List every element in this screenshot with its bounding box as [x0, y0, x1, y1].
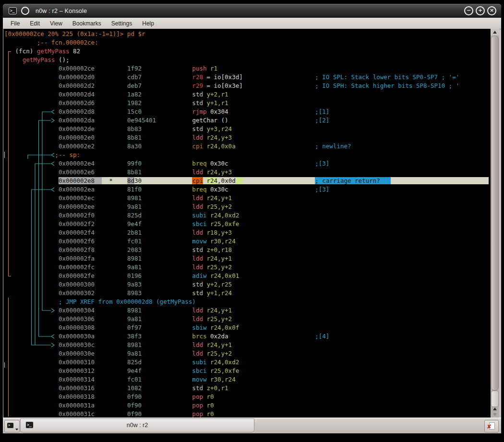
up-arrow-icon: [493, 31, 497, 34]
terminal-line: 0x000002f0 825d subi r24,0xd2: [4, 211, 489, 220]
terminal-line: 0x000002f4 2b81 ldd r18,y+3: [4, 228, 489, 237]
terminal-line: 0x000002ee 9a81 ldd r25,y+2: [4, 203, 489, 211]
terminal-line: 0x000002fe 0196 adiw r24,0x01: [4, 272, 489, 280]
terminal-line: 0x0000030a 38f3 brcs 0x2da ;[4]: [4, 332, 489, 341]
up-arrow-icon: [493, 407, 497, 410]
close-tab-button[interactable]: ✘: [484, 420, 499, 432]
terminal-line: getMyPass ();: [4, 56, 489, 64]
terminal-line: 0x000002d2 deb7 r29 = io[0x3e] ; IO SPH:…: [4, 82, 489, 90]
terminal-line: 0x000002d0 cdb7 r28 = io[0x3d] ; IO SPL:…: [4, 73, 489, 82]
window-title: n0w : r2 – Konsole: [36, 8, 87, 14]
tab-label: n0w : r2: [21, 422, 254, 429]
terminal-line: 0x00000304 8981 ldd r24,y+1: [4, 306, 489, 315]
terminal-line: 0x000002f2 9e4f sbci r25,0xfe: [4, 220, 489, 228]
terminal-line: 0x00000306 9a81 ldd r25,y+2: [4, 315, 489, 323]
minimize-button[interactable]: −: [464, 6, 473, 15]
new-tab-terminal-icon: >: [7, 422, 14, 429]
terminal-line: 0x000002da 0e945401 getChar () ;[2]: [4, 116, 489, 125]
tab-n0w-r2[interactable]: >_ n0w : r2: [20, 418, 254, 432]
terminal-line: 0x0000030c 8981 ldd r24,y+1: [4, 341, 489, 349]
disassembly-output: [0x000002ce 20% 225 (0x1a:-1=1)]> pd $r …: [4, 30, 489, 418]
terminal-line: (fcn) getMyPass 82: [4, 47, 489, 56]
terminal-line: 0x000002e6 8b81 ldd r24,y+3: [4, 168, 489, 177]
menu-item-edit[interactable]: Edit: [26, 19, 43, 28]
terminal-line: 0x00000312 9e4f sbci r25,0xfe: [4, 367, 489, 375]
terminal-line: 0x000002e8 * 8d30 cpi r24,0x0d ; carriag…: [4, 177, 489, 185]
menu-item-bookmarks[interactable]: Bookmarks: [69, 19, 105, 28]
menu-item-settings[interactable]: Settings: [108, 19, 135, 28]
terminal-line: 0x0000031a 0f90 pop r0: [4, 401, 489, 410]
scroll-up-button-bottom[interactable]: [491, 406, 499, 412]
menu-bar: FileEditViewBookmarksSettingsHelp: [3, 18, 501, 29]
chevron-down-icon: [15, 429, 18, 430]
terminal-line: 0x000002f6 fc01 movw r30,r24: [4, 237, 489, 246]
terminal-line: 0x00000316 1082 std z+0,r1: [4, 384, 489, 393]
terminal-line: 0x000002d8 15c0 rjmp 0x304 ;[1]: [4, 108, 489, 116]
terminal-line: [0x000002ce 20% 225 (0x1a:-1=1)]> pd $r: [4, 30, 489, 38]
down-arrow-icon: [493, 413, 497, 416]
terminal-line: 0x000002ec 8981 ldd r24,y+1: [4, 194, 489, 203]
terminal-line: 0x00000314 fc01 movw r30,r24: [4, 375, 489, 384]
tab-bar: > >_ n0w : r2 ✘: [3, 418, 501, 433]
menu-item-help[interactable]: Help: [139, 19, 157, 28]
title-bar[interactable]: >_ n0w : r2 – Konsole − + ×: [3, 4, 501, 18]
circle-icon: [21, 7, 29, 15]
terminal-line: ;-- sp:: [4, 151, 489, 159]
scroll-down-button[interactable]: [491, 412, 499, 418]
konsole-window: >_ n0w : r2 – Konsole − + × FileEditView…: [3, 4, 501, 433]
terminal-line: 0x000002ce 1f92 push r1: [4, 64, 489, 73]
terminal-line: 0x000002d6 1982 std y+1,r1: [4, 99, 489, 108]
scroll-up-button[interactable]: [491, 29, 499, 36]
terminal-line: 0x0000031c 0f90 pop r0: [4, 410, 489, 418]
terminal-line: 0x000002fc 9a81 ldd r25,y+2: [4, 263, 489, 272]
terminal-line: 0x000002e2 8a30 cpi r24,0x0a ; newline?: [4, 142, 489, 151]
terminal-line: 0x00000310 825d subi r24,0xd2: [4, 358, 489, 367]
new-tab-button[interactable]: >: [4, 420, 20, 432]
terminal-line: 0x0000030e 9a81 ldd r25,y+2: [4, 349, 489, 358]
menu-item-view[interactable]: View: [47, 19, 66, 28]
terminal-line: 0x000002e4 99f0 breq 0x30c ;[3]: [4, 159, 489, 168]
terminal-line: 0x000002fa 8981 ldd r24,y+1: [4, 254, 489, 263]
close-button[interactable]: ×: [487, 6, 496, 15]
terminal-line: 0x00000318 0f90 pop r0: [4, 393, 489, 401]
konsole-icon: >_: [9, 7, 17, 14]
terminal-line: 0x00000300 9a83 std y+2,r25: [4, 280, 489, 289]
scrollbar-track-piece[interactable]: [491, 391, 499, 407]
terminal-viewport[interactable]: [0x000002ce 20% 225 (0x1a:-1=1)]> pd $r …: [3, 29, 491, 418]
terminal-line: ;-- fcn.000002ce:: [4, 38, 489, 47]
terminal-line: 0x000002d4 1a82 std y+2,r1: [4, 90, 489, 99]
maximize-button[interactable]: +: [476, 6, 485, 15]
terminal-line: 0x00000308 0f97 sbiw r24,0x0f: [4, 323, 489, 332]
scrollbar[interactable]: [491, 29, 499, 418]
terminal-line: 0x000002ea 81f0 breq 0x30c ;[3]: [4, 185, 489, 194]
terminal-line: ; JMP XREF from 0x000002d8 (getMyPass): [4, 298, 489, 306]
terminal-line: 0x00000302 8983 std y+1,r24: [4, 289, 489, 298]
scrollbar-thumb[interactable]: [491, 36, 499, 391]
red-x-icon: ✘: [487, 424, 492, 430]
terminal-line: 0x000002de 8b83 std y+3,r24: [4, 125, 489, 133]
terminal-line: 0x000002e0 8b81 ldd r24,y+3: [4, 133, 489, 142]
terminal-line: 0x000002f8 2083 std z+0,r18: [4, 246, 489, 254]
menu-item-file[interactable]: File: [7, 19, 23, 28]
